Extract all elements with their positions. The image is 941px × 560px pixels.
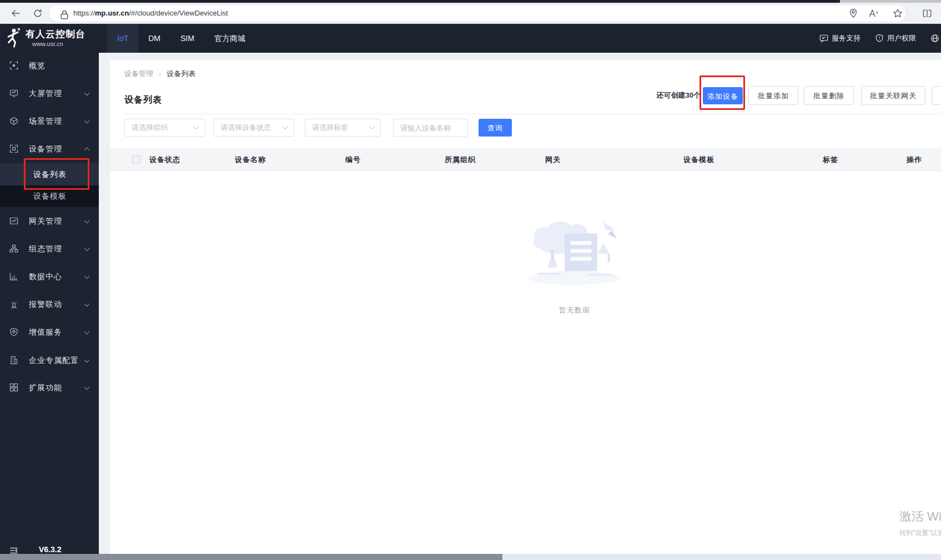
sidebar-item-enterprise-config[interactable]: 企业专属配置 bbox=[0, 348, 99, 372]
sidebar-item-label: 网关管理 bbox=[29, 209, 62, 233]
tab-shop[interactable]: 官方商城 bbox=[204, 24, 255, 53]
org-select-placeholder: 请选择组织 bbox=[132, 123, 168, 132]
user-permissions-label: 用户权限 bbox=[887, 33, 916, 43]
screen: https://mp.usr.cn/#/cloud/device/ViewDev… bbox=[0, 0, 941, 560]
org-select[interactable]: 请选择组织 bbox=[124, 119, 205, 137]
chevron-down-icon bbox=[84, 90, 90, 96]
column-device-template: 设备模板 bbox=[683, 148, 714, 171]
tab-iot[interactable]: IoT bbox=[107, 24, 138, 53]
scene-icon bbox=[9, 117, 18, 125]
content-card: 设备管理 › 设备列表 设备列表 还可创建30个 添加设备 批量添加 批量删除 … bbox=[110, 60, 941, 554]
url-path: /#/cloud/device/ViewDeviceList bbox=[129, 9, 228, 17]
tag-select[interactable]: 请选择标签 bbox=[305, 119, 381, 137]
split-screen-icon[interactable] bbox=[922, 8, 933, 19]
sidebar-item-label: 场景管理 bbox=[29, 109, 62, 133]
url-domain: mp.usr.cn bbox=[95, 9, 129, 17]
app-subtitle: www.usr.cn bbox=[32, 41, 63, 47]
back-icon[interactable] bbox=[10, 8, 21, 19]
breadcrumb-device-management[interactable]: 设备管理 bbox=[124, 69, 153, 79]
sidebar-item-value-added[interactable]: 增值服务 bbox=[0, 320, 99, 344]
sidebar-subitem-label: 设备模板 bbox=[33, 191, 67, 200]
chevron-up-icon bbox=[84, 148, 90, 153]
sidebar-item-scene[interactable]: 场景管理 bbox=[0, 109, 99, 133]
horizontal-scrollbar-thumb[interactable] bbox=[0, 554, 502, 560]
sidebar-item-gateway[interactable]: 网关管理 bbox=[0, 209, 99, 233]
device-status-placeholder: 请选择设备状态 bbox=[220, 123, 271, 132]
query-button[interactable]: 查询 bbox=[479, 119, 512, 137]
sidebar-item-overview[interactable]: 概览 bbox=[0, 53, 99, 78]
empty-state-illustration bbox=[525, 215, 625, 287]
lock-icon[interactable] bbox=[59, 9, 67, 18]
top-tabs: IoT DM SIM 官方商城 bbox=[107, 24, 255, 53]
favorite-star-icon[interactable] bbox=[892, 8, 903, 19]
horizontal-scrollbar bbox=[0, 554, 941, 560]
refresh-icon[interactable] bbox=[32, 8, 43, 19]
header-right-menu: 服务支持 用户权限 En bbox=[819, 24, 941, 53]
add-device-button[interactable]: 添加设备 bbox=[703, 87, 743, 104]
device-status-select[interactable]: 请选择设备状态 bbox=[213, 119, 294, 137]
url-text[interactable]: https://mp.usr.cn/#/cloud/device/ViewDev… bbox=[73, 9, 228, 17]
app-header: 有人云控制台 www.usr.cn IoT DM SIM 官方商城 服务支持 用… bbox=[0, 24, 941, 53]
tab-dm[interactable]: DM bbox=[138, 24, 170, 53]
sidebar-item-label: 报警联动 bbox=[29, 292, 62, 316]
select-all-checkbox[interactable] bbox=[132, 155, 140, 164]
chevron-down-icon bbox=[84, 329, 90, 335]
sidebar-item-alarm[interactable]: 报警联动 bbox=[0, 292, 99, 316]
table-header-row: 设备状态 设备名称 编号 所属组织 网关 设备模板 标签 操作 bbox=[110, 148, 941, 171]
batch-link-gateway-button[interactable]: 批量关联网关 bbox=[861, 86, 925, 105]
watermark-line2: 转到"设置"以激活 Windows。 bbox=[899, 528, 941, 538]
grid-icon bbox=[9, 383, 18, 392]
sidebar-item-label: 数据中心 bbox=[29, 264, 62, 289]
activate-windows-watermark: 激活 Windows 转到"设置"以激活 Windows。 bbox=[899, 508, 941, 538]
gateway-icon bbox=[9, 216, 18, 225]
sidebar-item-label: 扩展功能 bbox=[29, 375, 62, 400]
overview-icon bbox=[9, 61, 18, 70]
chat-icon bbox=[819, 34, 828, 43]
sidebar-subitem-label: 设备列表 bbox=[33, 170, 67, 179]
sidebar-item-label: 企业专属配置 bbox=[29, 348, 79, 372]
location-pin-icon[interactable] bbox=[848, 8, 859, 19]
main-area: 设备管理 › 设备列表 设备列表 还可创建30个 添加设备 批量添加 批量删除 … bbox=[99, 53, 941, 560]
chevron-down-icon bbox=[84, 218, 90, 224]
sidebar-item-scada[interactable]: 组态管理 bbox=[0, 236, 99, 261]
chevron-down-icon bbox=[194, 124, 199, 130]
chevron-down-icon bbox=[84, 385, 90, 390]
alarm-icon bbox=[9, 300, 18, 309]
sidebar-item-extensions[interactable]: 扩展功能 bbox=[0, 375, 99, 400]
building-icon bbox=[9, 356, 18, 365]
column-serial: 编号 bbox=[345, 148, 361, 171]
partial-cutoff-button[interactable] bbox=[932, 86, 941, 105]
sidebar-subitem-device-list[interactable]: 设备列表 bbox=[0, 163, 99, 185]
watermark-line1: 激活 Windows bbox=[899, 508, 941, 525]
globe-icon bbox=[930, 34, 939, 43]
sidebar-item-device-management[interactable]: 设备管理 bbox=[0, 137, 99, 161]
read-aloud-icon[interactable] bbox=[868, 8, 879, 19]
chevron-down-icon bbox=[369, 124, 375, 130]
chevron-down-icon bbox=[283, 124, 288, 130]
language-switch[interactable]: En bbox=[930, 34, 941, 43]
device-name-input[interactable] bbox=[393, 119, 468, 137]
batch-delete-button[interactable]: 批量删除 bbox=[804, 86, 854, 105]
column-device-status: 设备状态 bbox=[149, 148, 180, 171]
bar-chart-icon bbox=[9, 272, 18, 281]
column-device-name: 设备名称 bbox=[235, 148, 266, 171]
screen-icon bbox=[9, 89, 18, 98]
tab-sim[interactable]: SIM bbox=[170, 24, 204, 53]
user-permissions[interactable]: 用户权限 bbox=[875, 33, 916, 43]
tag-select-placeholder: 请选择标签 bbox=[312, 123, 348, 132]
sidebar-item-label: 概览 bbox=[29, 53, 46, 78]
batch-add-button[interactable]: 批量添加 bbox=[748, 86, 798, 105]
sidebar-item-bigscreen[interactable]: 大屏管理 bbox=[0, 81, 99, 105]
column-tag: 标签 bbox=[823, 148, 838, 171]
service-support[interactable]: 服务支持 bbox=[819, 33, 861, 43]
page-title: 设备列表 bbox=[124, 94, 162, 106]
breadcrumb-separator: › bbox=[159, 70, 161, 78]
column-organization: 所属组织 bbox=[445, 148, 476, 171]
column-gateway: 网关 bbox=[545, 148, 561, 171]
sidebar-item-data-center[interactable]: 数据中心 bbox=[0, 264, 99, 289]
chevron-down-icon bbox=[84, 301, 90, 307]
sidebar: 概览 大屏管理 场景管理 设备管理 设备列表 设备模板 网关管理 bbox=[0, 53, 99, 560]
url-prefix: https:// bbox=[73, 9, 95, 17]
sidebar-subitem-device-template[interactable]: 设备模板 bbox=[0, 185, 99, 207]
usr-logo-icon[interactable] bbox=[4, 28, 23, 49]
